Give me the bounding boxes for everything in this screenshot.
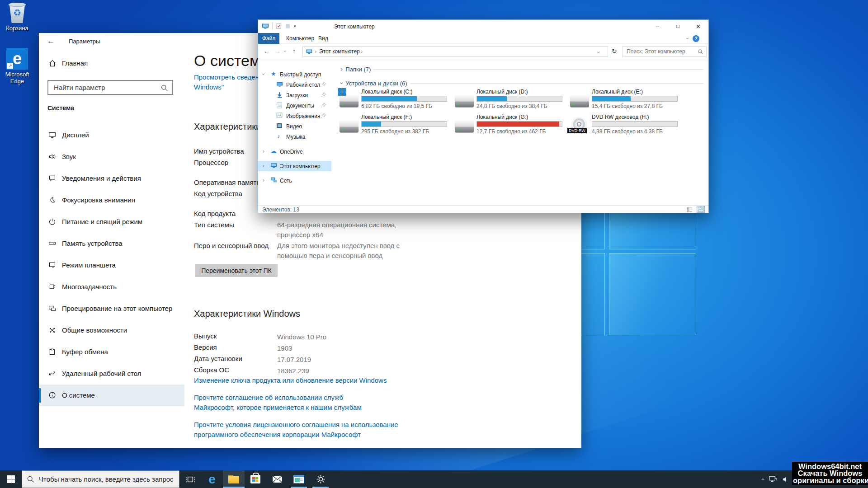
tab-computer[interactable]: Компьютер (286, 33, 314, 44)
group-folders[interactable]: › Папки (7) (340, 65, 703, 73)
tree-item-pictures[interactable]: Изображения (258, 111, 331, 121)
license-terms-link[interactable]: Прочтите условия лицензионного соглашени… (194, 420, 402, 440)
taskbar-search-input[interactable]: Чтобы начать поиск, введите здесь запрос (22, 470, 179, 488)
tray-expand-icon[interactable]: › (759, 478, 765, 480)
explorer-window: ▾ Этот компьютер – □ × Файл Компьютер Ви… (258, 19, 709, 213)
desktop: ♻ Корзина e ↗ Microsoft Edge ← Параметры… (0, 0, 868, 488)
network-icon[interactable] (769, 476, 777, 483)
recent-locations-icon[interactable]: › (283, 50, 288, 52)
display-icon (48, 131, 56, 139)
capacity-bar (592, 96, 678, 102)
security-link-fragment[interactable]: Просмотреть сведени (194, 73, 263, 81)
sidebar-item-about[interactable]: О системе (39, 385, 184, 406)
tree-item-videos[interactable]: Видео (258, 121, 331, 131)
taskbar-app-window-button[interactable] (288, 470, 310, 488)
tree-item-documents[interactable]: Документы (258, 100, 331, 111)
drive-tile-h[interactable]: DVD-RW DVD RW дисковод (H:) 4,38 ГБ своб… (569, 113, 681, 136)
sidebar-item-projecting[interactable]: Проецирование на этот компьютер (39, 298, 184, 319)
tree-item-music[interactable]: ♪ Музыка (258, 131, 331, 142)
drive-tile-c[interactable]: Локальный диск (C:) 6,82 ГБ свободно из … (339, 88, 451, 111)
up-button[interactable]: ↑ (292, 47, 296, 55)
drive-tile-d[interactable]: Локальный диск (D:) 24,8 ГБ свободно из … (454, 88, 566, 111)
wallpaper-logo-pane (609, 253, 696, 335)
qat-dropdown-icon[interactable]: ▾ (294, 24, 296, 28)
drive-tile-f[interactable]: Локальный диск (F:) 295 ГБ свободно из 3… (339, 113, 451, 136)
sidebar-item-display[interactable]: Дисплей (39, 124, 184, 146)
desktop-icon-recycle-bin[interactable]: ♻ Корзина (0, 3, 34, 32)
spec-value-os-build: 18362.239 (277, 366, 422, 376)
computer-icon (262, 23, 269, 29)
taskbar-edge-button[interactable]: e (201, 470, 223, 488)
sidebar-item-notifications[interactable]: Уведомления и действия (39, 168, 184, 189)
explorer-titlebar[interactable]: ▾ Этот компьютер – □ × (258, 20, 708, 33)
start-button[interactable] (0, 470, 22, 488)
security-link-fragment[interactable]: Windows" (194, 83, 224, 91)
sidebar-item-home[interactable]: Главная (48, 58, 184, 68)
remote-desktop-icon (48, 370, 56, 377)
sidebar-item-remote-desktop[interactable]: Удаленный рабочий стол (39, 363, 184, 385)
back-button[interactable]: ← (264, 47, 270, 55)
details-view-button[interactable] (686, 206, 694, 213)
recycle-bin-icon: ♻ (8, 3, 26, 23)
desktop-icon-edge[interactable]: e ↗ Microsoft Edge (0, 48, 34, 84)
breadcrumb[interactable]: Этот компьютер (319, 48, 360, 55)
tab-view[interactable]: Вид (318, 33, 328, 44)
sidebar-item-focus-assist[interactable]: Фокусировка внимания (39, 189, 184, 211)
taskbar-store-button[interactable] (245, 470, 266, 488)
task-view-button[interactable] (179, 470, 201, 488)
sidebar-item-multitasking[interactable]: Многозадачность (39, 276, 184, 298)
new-folder-icon[interactable] (285, 23, 291, 29)
address-dropdown-icon[interactable]: › (595, 52, 602, 53)
sidebar-item-sound[interactable]: Звук (39, 146, 184, 168)
taskbar-explorer-button[interactable] (223, 470, 245, 488)
tree-item-network[interactable]: › Сеть (258, 175, 331, 186)
sidebar-item-shared-experiences[interactable]: Общие возможности (39, 319, 184, 341)
settings-sidebar: Дисплей Звук Уведомления и действия Фоку… (39, 124, 184, 406)
tree-item-onedrive[interactable]: › ☁ OneDrive (258, 146, 331, 157)
power-icon (48, 218, 56, 225)
rename-pc-button[interactable]: Переименовать этот ПК (195, 264, 278, 277)
tree-item-downloads[interactable]: Загрузки (258, 90, 331, 100)
maximize-button[interactable]: □ (668, 20, 688, 33)
taskbar-mail-button[interactable] (266, 470, 288, 488)
change-product-key-link[interactable]: Изменение ключа продукта или обновление … (194, 375, 406, 385)
app-window-icon (293, 475, 304, 483)
spec-value-system-type: 64-разрядная операционная система, проце… (277, 220, 417, 240)
taskbar-search-placeholder: Чтобы начать поиск, введите здесь запрос (39, 475, 174, 483)
sidebar-item-clipboard[interactable]: Буфер обмена (39, 341, 184, 363)
services-agreement-link[interactable]: Прочтите соглашение об использовании слу… (194, 393, 384, 413)
close-button[interactable]: × (688, 20, 708, 33)
sidebar-item-power-sleep[interactable]: Питание и спящий режим (39, 211, 184, 233)
tree-item-this-pc[interactable]: › Этот компьютер (258, 161, 331, 171)
search-box[interactable]: Поиск: Этот компьютер (623, 46, 707, 57)
speaker-icon[interactable] (782, 476, 789, 483)
expand-ribbon-icon[interactable]: › (684, 38, 691, 39)
spec-label: Имя устройства (194, 147, 244, 155)
refresh-icon[interactable]: ↻ (612, 47, 617, 55)
info-icon (48, 391, 56, 399)
minimize-button[interactable]: – (647, 20, 668, 33)
properties-icon[interactable] (276, 23, 282, 29)
taskbar-settings-button[interactable] (310, 470, 331, 488)
storage-icon (48, 239, 56, 247)
group-devices-drives[interactable]: › Устройства и диски (6) (340, 79, 703, 87)
tab-file[interactable]: Файл (258, 33, 279, 44)
watermark: Windows64bit.net Скачать Windows оригина… (792, 462, 868, 486)
back-arrow-icon[interactable]: ← (47, 37, 55, 46)
sidebar-item-storage[interactable]: Память устройства (39, 233, 184, 254)
settings-search-input[interactable]: Найти параметр (47, 80, 173, 95)
star-icon: ★ (271, 70, 276, 77)
address-bar[interactable]: › Этот компьютер › › (302, 46, 608, 57)
sidebar-section-title: Система (47, 104, 74, 112)
drive-icon (455, 92, 474, 107)
sidebar-item-tablet-mode[interactable]: Режим планшета (39, 254, 184, 276)
help-icon[interactable]: ? (693, 35, 699, 42)
tree-item-quick-access[interactable]: › ★ Быстрый доступ (258, 69, 331, 80)
drive-tile-g[interactable]: Локальный диск (G:) 12,7 ГБ свободно из … (454, 113, 566, 136)
task-view-icon (185, 475, 195, 483)
thumbnail-view-button[interactable] (697, 206, 705, 213)
forward-button[interactable]: → (274, 47, 281, 55)
tree-item-desktop[interactable]: Рабочий стол (258, 80, 331, 90)
drive-tile-e[interactable]: Локальный диск (E:) 15,4 ГБ свободно из … (569, 88, 681, 111)
settings-window-title: Параметры (69, 38, 100, 45)
